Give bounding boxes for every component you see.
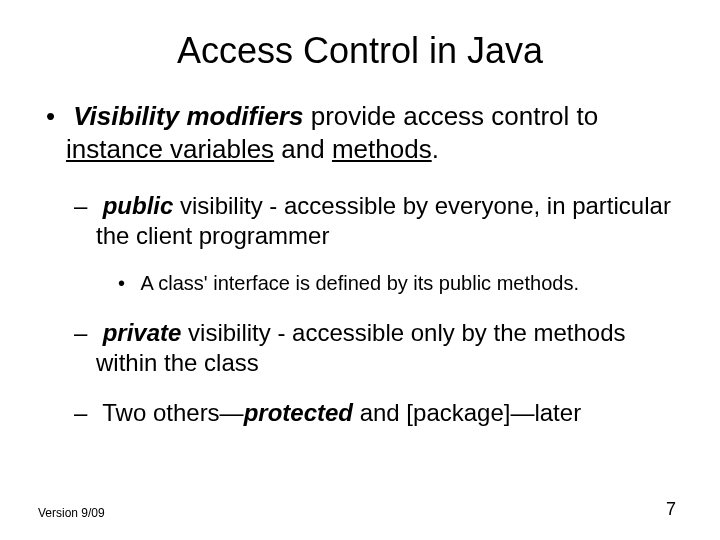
bullet-level3-interface: • A class' interface is defined by its p… — [136, 271, 680, 296]
bullet-dot-icon: • — [46, 100, 66, 133]
protected-keyword: protected — [244, 399, 353, 426]
private-keyword: private — [103, 319, 182, 346]
bullet-level2-private: – private visibility - accessible only b… — [96, 318, 680, 378]
dash-icon: – — [74, 398, 96, 428]
bullet-level2-public: – public visibility - accessible by ever… — [96, 191, 680, 251]
text-fragment: visibility - accessible by everyone, in … — [96, 192, 671, 249]
slide-title: Access Control in Java — [40, 30, 680, 72]
version-label: Version 9/09 — [38, 506, 105, 520]
text-fragment: and [package]—later — [353, 399, 581, 426]
text-fragment: A class' interface is defined by its pub… — [140, 272, 579, 294]
bullet-level1: • Visibility modifiers provide access co… — [66, 100, 680, 165]
public-keyword: public — [103, 192, 174, 219]
slide: Access Control in Java • Visibility modi… — [0, 0, 720, 540]
dash-icon: – — [74, 318, 96, 348]
bullet-dot-icon: • — [118, 271, 136, 296]
page-number: 7 — [666, 499, 676, 520]
text-fragment: . — [432, 134, 439, 164]
text-fragment: provide access control to — [303, 101, 598, 131]
methods-term: methods — [332, 134, 432, 164]
dash-icon: – — [74, 191, 96, 221]
text-fragment: Two others— — [102, 399, 243, 426]
bullet-level2-others: – Two others—protected and [package]—lat… — [96, 398, 680, 428]
instance-variables-term: instance variables — [66, 134, 274, 164]
text-fragment: and — [274, 134, 332, 164]
visibility-modifiers-term: Visibility modifiers — [73, 101, 303, 131]
